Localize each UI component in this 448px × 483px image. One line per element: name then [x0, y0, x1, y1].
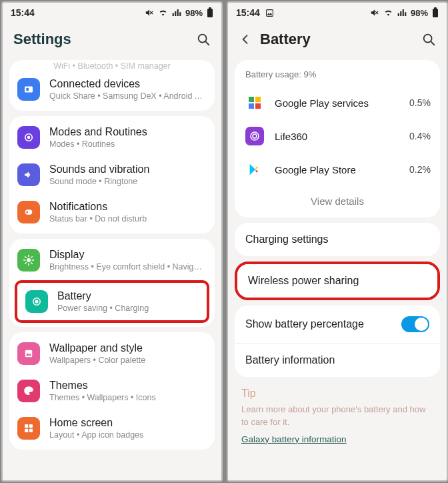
svg-rect-26	[266, 9, 273, 16]
app-usage-pct: 0.4%	[409, 131, 431, 141]
view-details-link[interactable]: View details	[235, 186, 440, 217]
notifications-icon	[17, 201, 40, 223]
svg-point-10	[27, 258, 31, 262]
svg-line-3	[205, 41, 209, 45]
home-icon	[17, 417, 40, 440]
page-title: Battery	[260, 31, 421, 48]
battery-usage-label: Battery usage: 9%	[235, 60, 440, 86]
svg-line-16	[31, 263, 33, 264]
clipped-item-sub: WiFi • Bluetooth • SIM manager	[9, 61, 215, 71]
status-bar: 15:44 98%	[3, 3, 221, 23]
status-left: 15:44	[236, 7, 274, 18]
settings-item-connected-devices[interactable]: Connected devices Quick Share • Samsung …	[9, 71, 215, 108]
svg-line-18	[31, 257, 33, 258]
tip-block: Tip Learn more about your phone's batter…	[241, 388, 433, 445]
svg-rect-22	[25, 424, 28, 428]
status-time: 15:44	[11, 7, 35, 18]
item-text: Connected devices Quick Share • Samsung …	[49, 78, 205, 101]
search-icon[interactable]	[421, 32, 436, 47]
battery-information-row[interactable]: Battery information	[235, 344, 440, 377]
svg-rect-31	[249, 97, 254, 102]
settings-item-wallpaper[interactable]: Wallpaper and style Wallpapers • Color p…	[9, 335, 215, 372]
settings-item-modes[interactable]: Modes and Routines Modes • Routines	[9, 119, 215, 156]
search-icon[interactable]	[196, 32, 211, 47]
settings-item-battery[interactable]: Battery Power saving • Charging	[15, 280, 209, 323]
tip-body: Learn more about your phone's battery an…	[241, 404, 433, 429]
connected-devices-icon	[17, 78, 40, 101]
battery-options-group: Show battery percentage Battery informat…	[235, 306, 440, 377]
wallpaper-icon	[17, 342, 40, 365]
wifi-icon	[158, 9, 168, 17]
status-right: 98%	[145, 7, 213, 18]
play-services-icon	[245, 93, 264, 112]
svg-point-35	[251, 132, 259, 140]
back-icon[interactable]	[239, 33, 252, 46]
screenshot-icon	[265, 9, 274, 17]
life360-icon	[245, 127, 264, 145]
battery-pct: 98%	[411, 8, 428, 18]
settings-header: Settings	[3, 23, 221, 57]
settings-item-notifications[interactable]: Notifications Status bar • Do not distur…	[9, 193, 215, 231]
mute-icon	[370, 8, 379, 17]
svg-rect-21	[25, 350, 33, 358]
svg-point-36	[253, 134, 257, 138]
svg-point-20	[35, 300, 38, 303]
svg-line-30	[431, 41, 434, 45]
wifi-icon	[383, 9, 393, 17]
battery-icon	[25, 290, 48, 313]
svg-rect-25	[29, 429, 33, 432]
tip-title: Tip	[241, 388, 433, 400]
page-title: Settings	[13, 31, 196, 48]
themes-icon	[17, 380, 40, 402]
battery-screen: 15:44 98% Battery	[227, 1, 448, 482]
wireless-power-sharing-highlight: Wireless power sharing	[235, 262, 440, 300]
settings-screen: 15:44 98% Settings WiFi • Bluetooth • SI…	[1, 1, 223, 482]
mute-icon	[145, 8, 154, 17]
svg-line-15	[25, 257, 27, 258]
settings-item-display[interactable]: Display Brightness • Eye comfort shield …	[9, 242, 215, 279]
settings-group-2: Modes and Routines Modes • Routines Soun…	[9, 116, 215, 233]
show-battery-pct-row[interactable]: Show battery percentage	[235, 306, 440, 344]
svg-rect-1	[209, 7, 211, 9]
svg-rect-33	[249, 103, 254, 109]
app-usage-pct: 0.5%	[409, 97, 431, 108]
app-usage-play-store[interactable]: Google Play Store 0.2%	[235, 153, 440, 186]
wireless-power-sharing-row[interactable]: Wireless power sharing	[237, 264, 437, 298]
tip-link[interactable]: Galaxy battery information	[241, 434, 347, 444]
status-right: 98%	[370, 7, 439, 18]
app-usage-pct: 0.2%	[409, 164, 431, 175]
sounds-icon	[17, 163, 40, 186]
settings-item-themes[interactable]: Themes Themes • Wallpapers • Icons	[9, 372, 215, 410]
svg-point-9	[26, 211, 28, 213]
show-pct-toggle[interactable]	[401, 316, 429, 332]
svg-rect-24	[25, 429, 28, 432]
svg-rect-34	[255, 103, 261, 109]
signal-icon	[172, 9, 181, 17]
svg-rect-28	[434, 7, 437, 9]
battery-header: Battery	[228, 23, 447, 57]
svg-rect-0	[207, 9, 213, 17]
settings-item-sounds[interactable]: Sounds and vibration Sound mode • Ringto…	[9, 156, 215, 193]
charging-settings-row[interactable]: Charging settings	[235, 223, 440, 256]
status-bar: 15:44 98%	[228, 3, 447, 23]
settings-group-3: Display Brightness • Eye comfort shield …	[9, 239, 215, 327]
battery-pct: 98%	[185, 8, 203, 18]
settings-group-1: WiFi • Bluetooth • SIM manager Connected…	[9, 60, 215, 111]
svg-rect-27	[433, 9, 438, 17]
play-store-icon	[245, 160, 264, 179]
svg-point-7	[27, 136, 31, 139]
battery-icon	[432, 7, 439, 18]
svg-rect-32	[255, 97, 261, 102]
app-usage-play-services[interactable]: Google Play services 0.5%	[235, 86, 440, 119]
signal-icon	[397, 9, 407, 17]
settings-item-home[interactable]: Home screen Layout • App icon badges	[9, 410, 215, 447]
app-usage-life360[interactable]: Life360 0.4%	[235, 119, 440, 153]
svg-rect-5	[26, 88, 29, 91]
svg-rect-23	[29, 424, 33, 428]
display-icon	[17, 249, 40, 272]
modes-icon	[17, 126, 40, 149]
settings-group-4: Wallpaper and style Wallpapers • Color p…	[9, 332, 215, 450]
svg-line-17	[25, 263, 27, 264]
battery-icon	[207, 7, 213, 18]
battery-usage-card: Battery usage: 9% Google Play services 0…	[235, 60, 440, 217]
